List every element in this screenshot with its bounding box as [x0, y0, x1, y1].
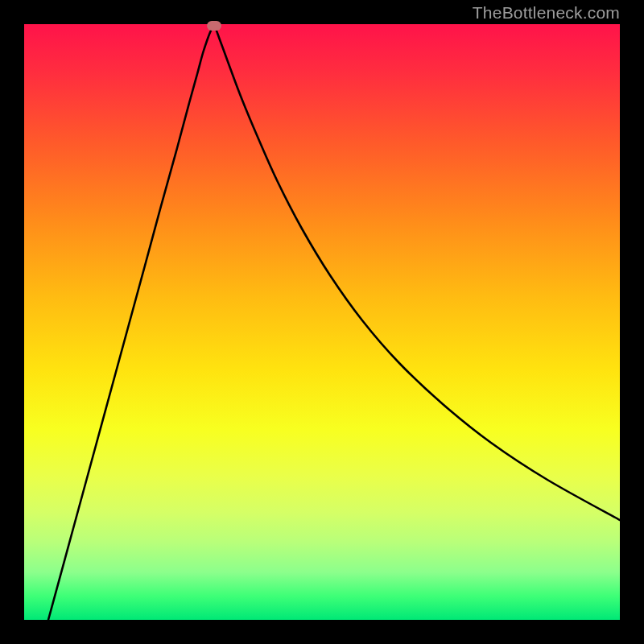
black-frame: TheBottleneck.com — [0, 0, 644, 644]
curve-minimum-marker — [207, 21, 221, 31]
curve-path — [48, 25, 620, 620]
watermark-text: TheBottleneck.com — [473, 3, 620, 23]
bottleneck-curve — [24, 24, 620, 620]
